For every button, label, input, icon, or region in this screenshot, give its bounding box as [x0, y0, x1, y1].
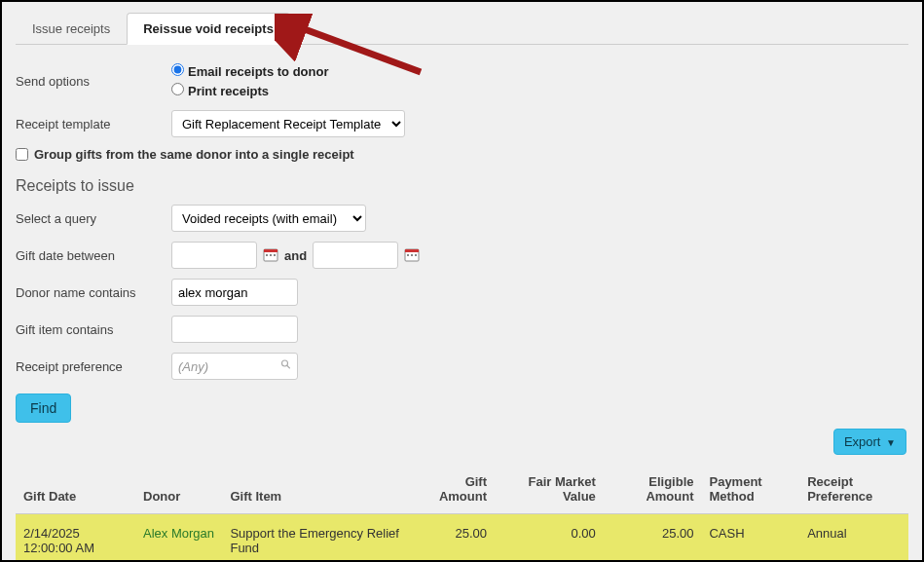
row-donor-name: Donor name contains: [16, 279, 908, 306]
svg-rect-6: [274, 254, 276, 256]
svg-rect-3: [264, 249, 277, 252]
cell-fair-market: 0.00: [495, 514, 604, 563]
cell-payment: CASH: [701, 514, 799, 563]
cell-eligible: 25.00: [604, 514, 702, 563]
cell-receipt-pref: Annual: [799, 514, 908, 563]
col-gift-amount[interactable]: Gift Amount: [408, 465, 495, 514]
receipt-template-select[interactable]: Gift Replacement Receipt Template: [171, 110, 405, 137]
donor-link[interactable]: Alex Morgan: [143, 526, 214, 541]
gift-date-start-input[interactable]: [171, 242, 257, 269]
row-select-query: Select a query Voided receipts (with ema…: [16, 205, 908, 232]
results-table: Gift Date Donor Gift Item Gift Amount Fa…: [16, 465, 908, 562]
radio-email-receipts[interactable]: Email receipts to donor: [171, 62, 328, 82]
cell-gift-item: Support the Emergency Relief Fund: [222, 514, 407, 563]
gift-date-end-input[interactable]: [313, 242, 398, 269]
export-button[interactable]: Export ▼: [833, 429, 906, 455]
svg-rect-11: [415, 254, 417, 256]
group-gifts-label[interactable]: Group gifts from the same donor into a s…: [34, 147, 354, 162]
svg-rect-4: [266, 254, 268, 256]
gift-item-label: Gift item contains: [16, 322, 171, 337]
gift-date-label: Gift date between: [16, 248, 171, 263]
col-donor[interactable]: Donor: [135, 465, 222, 514]
col-gift-date[interactable]: Gift Date: [16, 465, 135, 514]
row-gift-item: Gift item contains: [16, 316, 908, 343]
receipt-preference-input[interactable]: [171, 353, 298, 380]
receipts-to-issue-heading: Receipts to issue: [16, 177, 908, 195]
and-label: and: [284, 248, 307, 263]
calendar-icon[interactable]: [404, 247, 420, 263]
send-options-label: Send options: [16, 74, 171, 89]
select-query-dropdown[interactable]: Voided receipts (with email): [171, 205, 366, 232]
col-payment[interactable]: Payment Method: [701, 465, 799, 514]
tab-issue-receipts[interactable]: Issue receipts: [16, 13, 127, 45]
select-query-label: Select a query: [16, 211, 171, 226]
group-gifts-checkbox[interactable]: [16, 148, 28, 161]
row-gift-date: Gift date between and: [16, 242, 908, 269]
svg-rect-9: [407, 254, 409, 256]
gift-item-input[interactable]: [171, 316, 298, 343]
donor-name-label: Donor name contains: [16, 285, 171, 300]
svg-rect-5: [270, 254, 272, 256]
tabs-bar: Issue receipts Reissue void receipts: [16, 12, 908, 45]
chevron-down-icon: ▼: [886, 437, 896, 448]
col-fair-market[interactable]: Fair Market Value: [495, 465, 604, 514]
tab-reissue-void-receipts[interactable]: Reissue void receipts: [127, 13, 290, 45]
row-receipt-preference: Receipt preference: [16, 353, 908, 380]
svg-rect-10: [411, 254, 413, 256]
col-receipt-pref[interactable]: Receipt Preference: [799, 465, 908, 514]
row-receipt-template: Receipt template Gift Replacement Receip…: [16, 110, 908, 137]
row-send-options: Send options Email receipts to donor Pri…: [16, 62, 908, 100]
col-eligible[interactable]: Eligible Amount: [604, 465, 702, 514]
cell-gift-amount: 25.00: [408, 514, 495, 563]
donor-name-input[interactable]: [171, 279, 298, 306]
svg-rect-8: [405, 249, 419, 252]
cell-gift-date: 2/14/2025 12:00:00 AM: [16, 514, 135, 563]
table-row[interactable]: 2/14/2025 12:00:00 AM Alex Morgan Suppor…: [16, 514, 908, 563]
find-button[interactable]: Find: [16, 393, 71, 423]
col-gift-item[interactable]: Gift Item: [222, 465, 407, 514]
calendar-icon[interactable]: [263, 247, 278, 263]
receipt-template-label: Receipt template: [16, 117, 171, 131]
radio-print-receipts[interactable]: Print receipts: [171, 82, 328, 101]
receipt-preference-label: Receipt preference: [16, 359, 171, 374]
